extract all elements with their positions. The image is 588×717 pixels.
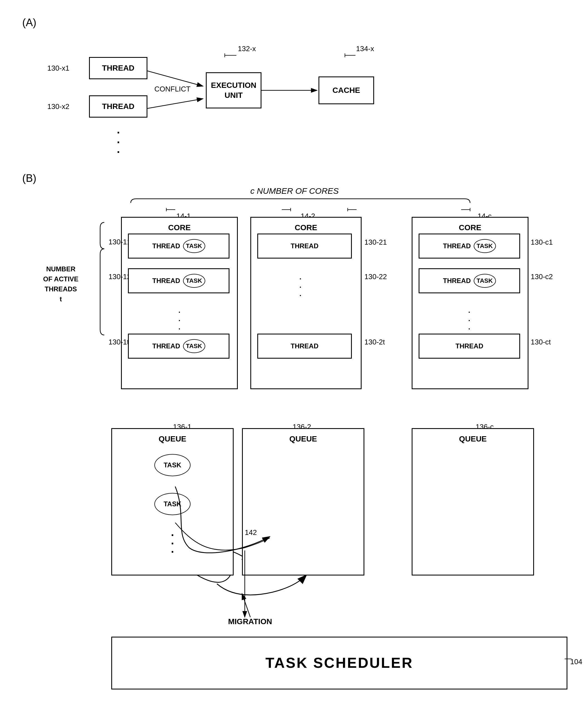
thread-21-label: THREAD (291, 242, 318, 250)
dots-corec3: · (468, 323, 470, 334)
thread-task-c2: THREAD TASK (419, 268, 520, 293)
ref-130x1: 130-x1 (47, 64, 69, 72)
thread-box-2-label: THREAD (102, 102, 134, 111)
thread-c1-label: THREAD (443, 242, 471, 250)
ref-130x2: 130-x2 (47, 102, 69, 111)
thread-c2-label: THREAD (443, 276, 471, 285)
ref-130-ct: 130-ct (531, 338, 551, 346)
cache-box: CACHE (318, 77, 374, 104)
thread-box-1-label: THREAD (102, 63, 134, 73)
ref-130-2t: 130-2t (364, 338, 385, 346)
task-scheduler-label: TASK SCHEDULER (265, 654, 413, 673)
thread-12-label: THREAD (152, 276, 180, 285)
thread-2t: THREAD (257, 333, 352, 358)
thread-task-12: THREAD TASK (128, 268, 229, 293)
thread-box-1: THREAD (89, 57, 147, 79)
c-number-cores: c NUMBER OF CORES (250, 186, 339, 196)
execution-unit-box: EXECUTION UNIT (206, 72, 261, 108)
queue-c-box: QUEUE (412, 428, 534, 575)
thread-task-c1: THREAD TASK (419, 234, 520, 259)
thread-task-11: THREAD TASK (128, 234, 229, 259)
thread-task-1t: THREAD TASK (128, 333, 229, 358)
task-c2-oval: TASK (474, 274, 496, 288)
ref-130-11: 130-11 (108, 238, 131, 246)
svg-line-0 (147, 71, 203, 86)
dots-core2c: · (299, 289, 302, 301)
task-12-oval: TASK (183, 274, 205, 288)
execution-unit-label: EXECUTION UNIT (211, 80, 256, 101)
thread-box-2: THREAD (89, 95, 147, 117)
thread-11-label: THREAD (152, 242, 180, 250)
thread-1t-label: THREAD (152, 342, 180, 350)
core-c-label: CORE (459, 223, 481, 233)
number-active-threads: NUMBER OF ACTIVE THREADS t (43, 264, 79, 304)
panel-b-label: (B) (22, 172, 37, 184)
dots-core1c: · (178, 323, 181, 334)
core-1-label: CORE (168, 223, 191, 233)
ref-130-1t: 130-1t (108, 338, 129, 346)
ref-132x: 132-x (238, 44, 256, 53)
queue-2-label: QUEUE (289, 434, 317, 444)
diagram-container: (A) 130-x1 THREAD CONFLICT 130-x2 THREAD… (0, 0, 588, 717)
cache-label: CACHE (332, 85, 360, 95)
ref-130-22: 130-22 (364, 273, 387, 281)
ref-104-tick (562, 655, 576, 663)
task-1t-oval: TASK (183, 339, 205, 353)
ref-130-c1: 130-c1 (531, 238, 553, 246)
migration-arrows-svg (111, 428, 267, 623)
ref-130-c2: 130-c2 (531, 273, 553, 281)
task-c1-oval: TASK (474, 239, 496, 253)
ref-130-12: 130-12 (108, 273, 131, 281)
task-11-oval: TASK (183, 239, 205, 253)
ref-134x: 134-x (356, 44, 374, 53)
core-2-label: CORE (295, 223, 317, 233)
queue-c-label: QUEUE (459, 434, 487, 444)
dots-a3: · (117, 146, 120, 158)
task-scheduler-box: TASK SCHEDULER (111, 637, 567, 690)
thread-2t-label: THREAD (291, 342, 318, 350)
thread-ct-label: THREAD (456, 342, 483, 350)
conflict-label: CONFLICT (154, 85, 191, 93)
panel-a-label: (A) (22, 17, 37, 29)
thread-ct: THREAD (419, 333, 520, 358)
ref-130-21: 130-21 (364, 238, 387, 246)
svg-line-1 (147, 99, 203, 108)
thread-21: THREAD (257, 234, 352, 259)
